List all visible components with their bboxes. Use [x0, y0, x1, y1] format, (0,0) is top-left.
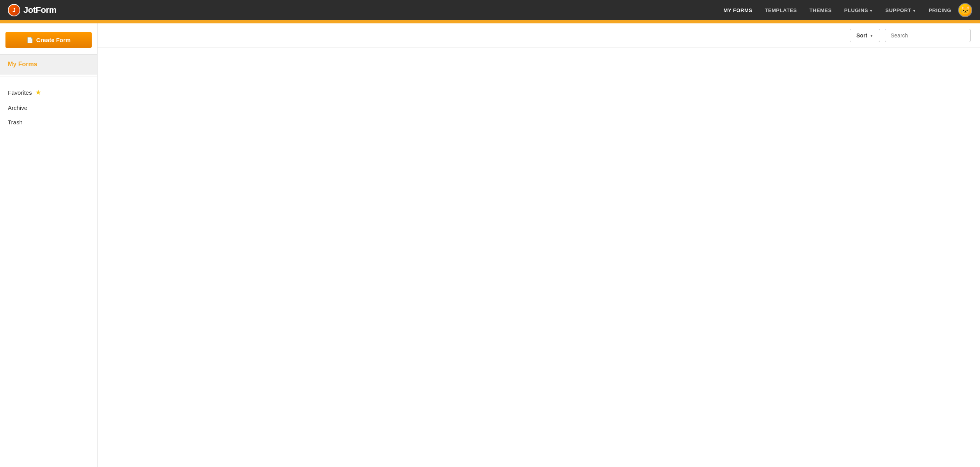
sidebar-item-trash[interactable]: Trash [0, 115, 97, 129]
sort-arrow-icon: ▼ [870, 34, 873, 38]
nav-link-my-forms[interactable]: MY FORMS [718, 4, 758, 16]
sidebar-divider [0, 76, 97, 76]
nav-link-templates[interactable]: TEMPLATES [759, 4, 802, 16]
nav-link-plugins[interactable]: PLUGINS [839, 4, 879, 16]
sidebar-item-my-forms[interactable]: My Forms [8, 61, 37, 67]
search-input[interactable] [885, 29, 971, 42]
document-icon: 📄 [27, 37, 33, 43]
logo-text: JotForm [23, 5, 57, 15]
nav-links: MY FORMS TEMPLATES THEMES PLUGINS SUPPOR… [718, 3, 972, 17]
sidebar: 📄 Create Form My Forms Favorites ★ Archi… [0, 23, 98, 467]
sort-button[interactable]: Sort ▼ [850, 29, 880, 42]
nav-link-pricing[interactable]: PRICING [923, 4, 957, 16]
logo[interactable]: J JotForm [8, 4, 57, 16]
trash-label: Trash [8, 119, 23, 126]
archive-label: Archive [8, 104, 27, 111]
star-icon: ★ [35, 88, 41, 97]
favorites-label: Favorites [8, 89, 32, 96]
orange-accent-bar [0, 20, 980, 23]
sidebar-nav-list: Favorites ★ Archive Trash [0, 78, 97, 136]
sidebar-item-favorites[interactable]: Favorites ★ [0, 84, 97, 101]
top-navigation: J JotForm MY FORMS TEMPLATES THEMES PLUG… [0, 0, 980, 20]
logo-icon-inner: J [9, 5, 20, 16]
content-toolbar: Sort ▼ [98, 23, 980, 48]
create-form-button[interactable]: 📄 Create Form [5, 32, 92, 48]
main-layout: 📄 Create Form My Forms Favorites ★ Archi… [0, 23, 980, 467]
sidebar-my-forms-section: My Forms [0, 54, 97, 74]
nav-link-support[interactable]: SUPPORT [880, 4, 922, 16]
content-area: Sort ▼ [98, 23, 980, 467]
create-form-label: Create Form [36, 37, 71, 43]
logo-icon: J [8, 4, 20, 16]
sort-label: Sort [856, 32, 867, 39]
sidebar-item-archive[interactable]: Archive [0, 101, 97, 115]
user-avatar[interactable]: 🐱 [958, 3, 972, 17]
forms-content [98, 48, 980, 467]
nav-link-themes[interactable]: THEMES [804, 4, 837, 16]
